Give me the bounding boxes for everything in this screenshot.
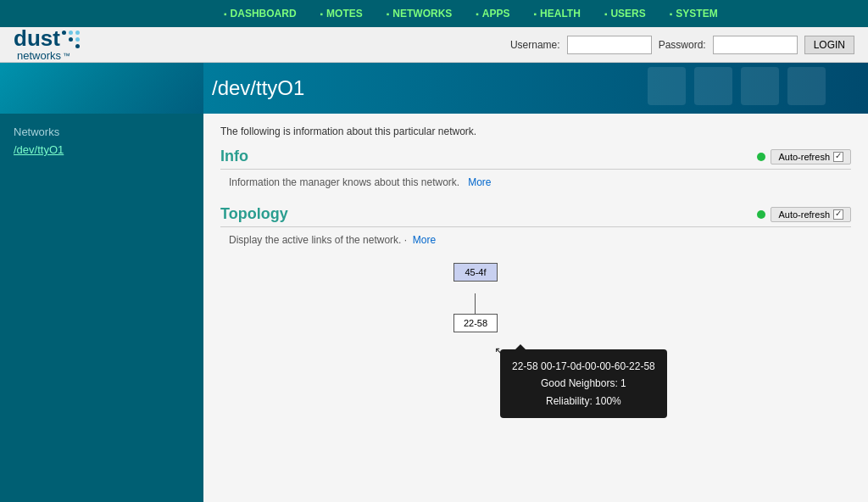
- login-button[interactable]: LOGIN: [804, 36, 854, 54]
- auth-area: Username: Password: LOGIN: [510, 36, 854, 54]
- info-autorefresh[interactable]: Auto-refresh: [771, 149, 851, 165]
- sidebar: Networks /dev/ttyO1: [0, 114, 203, 502]
- info-section-title: Info: [220, 148, 757, 165]
- topology-section: Topology Auto-refresh Display the active…: [220, 205, 851, 424]
- topology-status: Auto-refresh: [757, 207, 851, 222]
- info-section: Info Auto-refresh Information the manage…: [220, 148, 851, 197]
- topology-description: Display the active links of the network.…: [220, 232, 851, 254]
- main-layout: Networks /dev/ttyO1 The following is inf…: [0, 114, 868, 502]
- info-more-link[interactable]: More: [468, 176, 491, 188]
- topology-more-link[interactable]: More: [413, 234, 436, 246]
- topology-autorefresh-label: Auto-refresh: [778, 209, 830, 220]
- info-description: Information the manager knows about this…: [220, 175, 851, 197]
- tooltip-line1: 22-58 00-17-0d-00-00-60-22-58: [512, 358, 655, 375]
- info-autorefresh-checkbox[interactable]: [833, 152, 843, 162]
- topology-section-header: Topology Auto-refresh: [220, 205, 851, 227]
- username-input[interactable]: [567, 36, 652, 54]
- page-banner: /dev/ttyO1: [0, 63, 868, 114]
- tooltip-box: 22-58 00-17-0d-00-00-60-22-58 Good Neigh…: [500, 349, 667, 418]
- tooltip-line2: Good Neighbors: 1: [512, 375, 655, 392]
- logo-brand: dust: [14, 27, 60, 49]
- topology-node-1[interactable]: 45-4f: [453, 263, 498, 282]
- nav-users[interactable]: USERS: [593, 8, 658, 20]
- nav-system[interactable]: SYSTEM: [658, 8, 730, 20]
- sidebar-item-dev[interactable]: /dev/ttyO1: [0, 140, 203, 159]
- banner-decoration: [648, 67, 826, 105]
- info-status: Auto-refresh: [757, 149, 851, 165]
- password-label: Password:: [659, 39, 706, 51]
- logo-sub: networks: [17, 49, 61, 62]
- info-section-header: Info Auto-refresh: [220, 148, 851, 170]
- header-bar: dust networks ™: [0, 27, 868, 63]
- nav-motes[interactable]: MOTES: [309, 8, 375, 20]
- username-label: Username:: [510, 39, 560, 51]
- topology-connector: [475, 293, 476, 314]
- tooltip-line3: Reliability: 100%: [512, 393, 655, 410]
- sidebar-parent: Networks: [0, 120, 203, 140]
- nav-apps[interactable]: APPS: [464, 8, 521, 20]
- top-navigation: DASHBOARD MOTES NETWORKS APPS HEALTH USE…: [0, 0, 868, 27]
- page-title: /dev/ttyO1: [212, 76, 304, 100]
- topology-autorefresh[interactable]: Auto-refresh: [771, 207, 851, 222]
- topology-section-title: Topology: [220, 205, 757, 223]
- topology-diagram: 45-4f 22-58 ↖ 22-58 00-17-0d-00-00-60-22…: [220, 254, 851, 424]
- info-status-dot: [757, 153, 765, 161]
- logo-tm: ™: [63, 52, 70, 60]
- content-area: The following is information about this …: [203, 114, 868, 502]
- nav-dashboard[interactable]: DASHBOARD: [212, 8, 309, 20]
- topology-node-2[interactable]: 22-58: [453, 314, 498, 332]
- nav-health[interactable]: HEALTH: [522, 8, 593, 20]
- logo-dots: [62, 31, 87, 49]
- topology-status-dot: [757, 210, 765, 219]
- content-intro: The following is information about this …: [220, 126, 851, 137]
- logo-area: dust networks ™: [14, 27, 217, 62]
- topology-autorefresh-checkbox[interactable]: [833, 209, 843, 220]
- password-input[interactable]: [713, 36, 798, 54]
- info-autorefresh-label: Auto-refresh: [778, 152, 830, 162]
- nav-networks[interactable]: NETWORKS: [375, 8, 465, 20]
